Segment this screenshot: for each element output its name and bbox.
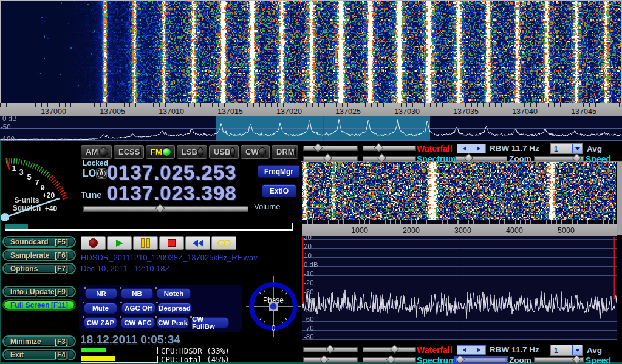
spectrum-label-2: Spectrum	[417, 356, 456, 364]
db-label: -50	[304, 306, 314, 314]
play-button[interactable]	[107, 236, 132, 250]
mode-button-ecss[interactable]: ECSS	[114, 145, 144, 159]
main-spectrum-trace	[0, 116, 622, 141]
rbw-spinner-2[interactable]	[457, 345, 486, 355]
exit-button[interactable]: Exit[F4]	[2, 349, 76, 360]
mode-led-icon	[197, 147, 203, 157]
spectrum-range-slider[interactable]	[303, 156, 358, 161]
waterfall-brightness-slider-2[interactable]	[303, 347, 358, 352]
slider-thumb[interactable]	[390, 345, 400, 354]
minimize-button[interactable]: Minimize[F3]	[2, 335, 76, 347]
stop-button[interactable]	[159, 236, 184, 250]
db-label: -50	[1, 123, 11, 130]
playback-progress-fill	[5, 224, 28, 229]
scale-tick-label: 5000	[545, 226, 587, 235]
button-fkey: [F11]	[51, 301, 68, 309]
scale-tick-label: 137020	[265, 107, 313, 116]
cw-fullbw-button[interactable]: CW FullBw	[191, 317, 229, 328]
avg-dropdown-2[interactable]: 1	[550, 345, 583, 356]
speed-slider[interactable]	[534, 156, 584, 161]
nb-button[interactable]: NB	[121, 288, 153, 299]
record-button[interactable]	[81, 236, 106, 250]
button-label: Soundcard	[10, 238, 49, 246]
rbw-increase-button[interactable]	[471, 346, 485, 354]
loop-button[interactable]	[211, 236, 236, 250]
despread-button[interactable]: Despread	[157, 303, 192, 314]
samplerate-button[interactable]: Samplerate[F6]	[2, 249, 76, 261]
slider-thumb[interactable]	[326, 345, 335, 354]
playback-progress-bar[interactable]	[5, 223, 293, 231]
waterfall-contrast-slider[interactable]	[363, 146, 416, 151]
extio-button[interactable]: ExtIO	[262, 184, 296, 197]
rbw-increase-button[interactable]	[471, 144, 485, 153]
mode-button-drm[interactable]: DRM	[272, 145, 298, 159]
speed-slider-2[interactable]	[534, 357, 584, 363]
audio-spectrum-display[interactable]: 30 20 10 0 dB -10 -20 -30 -40 -50 -60 -7…	[302, 236, 617, 340]
nr-button[interactable]: NR	[85, 288, 117, 299]
scale-tick-label: 137005	[88, 107, 137, 116]
volume-slider-thumb[interactable]	[156, 204, 165, 214]
avg-dropdown[interactable]: 1	[550, 143, 583, 154]
main-waterfall-display[interactable]	[1, 1, 621, 103]
fullscreen-button[interactable]: Full Screen[F11]	[2, 299, 76, 311]
zoom-slider-2[interactable]	[455, 357, 507, 363]
waterfall-brightness-slider[interactable]	[303, 146, 358, 151]
main-spectrum-display[interactable]: 0 dB -50 -100	[0, 116, 622, 141]
mode-button-fm[interactable]: FM	[146, 145, 175, 159]
info-update-button[interactable]: Info / Update[F9]	[2, 286, 76, 297]
scale-tick-label: 137045	[559, 107, 608, 116]
slider-thumb[interactable]	[386, 355, 396, 364]
spectrum-offset-slider-2[interactable]	[363, 357, 416, 363]
notch-button[interactable]: Notch	[157, 288, 191, 299]
db-label: 30	[304, 236, 312, 241]
tune-frequency-display[interactable]: 0137.023.398	[107, 182, 237, 205]
avg-label-2: Avg	[587, 346, 602, 355]
mode-button-lsb[interactable]: LSB	[177, 145, 207, 159]
rewind-button[interactable]	[185, 236, 210, 250]
avg-dropdown-button[interactable]	[572, 345, 582, 355]
slider-thumb[interactable]	[320, 355, 329, 364]
slider-thumb[interactable]	[374, 143, 384, 153]
audio-frequency-scale[interactable]: 1000 2000 3000 4000 5000	[302, 224, 617, 236]
spectrum-range-slider-2[interactable]	[303, 357, 358, 363]
main-frequency-scale[interactable]: 137000 137005 137010 137015 137020 13702…	[0, 103, 622, 116]
spectrum-offset-slider[interactable]	[363, 156, 416, 161]
cpu-total-label: CPU:Total (45%)	[161, 355, 230, 364]
mode-label: AM	[86, 147, 98, 157]
datetime-display: 18.12.2011 0:05:34	[80, 333, 180, 346]
mute-button[interactable]: Mute	[84, 303, 117, 314]
slider-thumb[interactable]	[313, 143, 323, 153]
mode-button-usb[interactable]: USB	[209, 145, 239, 159]
zoom-slider[interactable]	[455, 156, 507, 161]
phase-indicator: Phase 0	[246, 276, 301, 337]
soundcard-button[interactable]: Soundcard[F5]	[2, 236, 76, 248]
agc-off-button[interactable]: AGC Off	[121, 303, 156, 314]
squelch-label: Squelch	[13, 204, 41, 212]
rbw-decrease-button[interactable]	[457, 346, 471, 354]
cw-zap-button[interactable]: CW ZAP	[84, 317, 117, 328]
waterfall-contrast-slider-2[interactable]	[363, 347, 416, 352]
lo-frequency-display[interactable]: 0137.025.253	[107, 161, 237, 184]
options-button[interactable]: Options[F7]	[2, 263, 76, 274]
cw-afc-button[interactable]: CW AFC	[121, 317, 155, 328]
pause-button[interactable]	[133, 236, 158, 250]
avg-dropdown-button[interactable]	[572, 144, 582, 153]
s-meter-tick-label: 1	[12, 164, 16, 173]
freqmgr-button[interactable]: FreqMgr	[258, 165, 300, 178]
chevron-down-icon	[575, 349, 580, 352]
mode-button-am[interactable]: AM	[81, 145, 112, 159]
right-scrollbar[interactable]	[617, 162, 622, 235]
rbw-decrease-button[interactable]	[457, 144, 471, 153]
rbw-spinner[interactable]	[457, 144, 486, 153]
lo-autolock-icon[interactable]: A	[96, 168, 107, 179]
cw-peak-button[interactable]: CW Peak	[157, 317, 189, 328]
tune-label: Tune	[81, 189, 102, 200]
rbw-label: RBW 11.7 Hz	[490, 144, 539, 153]
slider-thumb[interactable]	[572, 355, 582, 364]
volume-slider[interactable]	[83, 206, 248, 212]
recording-filename: HDSDR_20111210_120938Z_137025kHz_RF.wav	[81, 253, 258, 262]
audio-waterfall-display[interactable]	[302, 162, 616, 220]
mode-button-cw[interactable]: CW	[241, 145, 270, 159]
record-icon	[89, 238, 98, 248]
slider-thumb[interactable]	[456, 355, 465, 364]
